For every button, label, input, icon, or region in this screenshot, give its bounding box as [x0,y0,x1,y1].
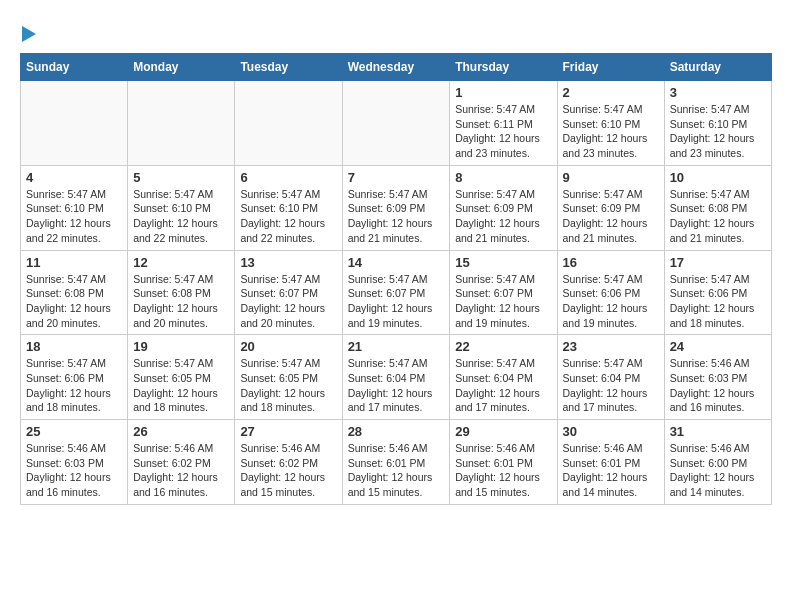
day-info: Sunrise: 5:46 AM Sunset: 6:01 PM Dayligh… [348,441,445,500]
day-header-friday: Friday [557,54,664,81]
day-info: Sunrise: 5:47 AM Sunset: 6:09 PM Dayligh… [348,187,445,246]
day-number: 7 [348,170,445,185]
day-info: Sunrise: 5:47 AM Sunset: 6:10 PM Dayligh… [670,102,766,161]
day-number: 28 [348,424,445,439]
day-info: Sunrise: 5:47 AM Sunset: 6:10 PM Dayligh… [563,102,659,161]
calendar-cell: 31Sunrise: 5:46 AM Sunset: 6:00 PM Dayli… [664,420,771,505]
day-number: 12 [133,255,229,270]
day-number: 2 [563,85,659,100]
calendar-cell: 22Sunrise: 5:47 AM Sunset: 6:04 PM Dayli… [450,335,557,420]
day-info: Sunrise: 5:47 AM Sunset: 6:08 PM Dayligh… [670,187,766,246]
day-number: 31 [670,424,766,439]
day-number: 30 [563,424,659,439]
calendar-cell: 1Sunrise: 5:47 AM Sunset: 6:11 PM Daylig… [450,81,557,166]
calendar-cell: 9Sunrise: 5:47 AM Sunset: 6:09 PM Daylig… [557,165,664,250]
day-number: 18 [26,339,122,354]
logo-arrow-icon [22,26,36,42]
day-info: Sunrise: 5:47 AM Sunset: 6:06 PM Dayligh… [670,272,766,331]
day-info: Sunrise: 5:47 AM Sunset: 6:06 PM Dayligh… [563,272,659,331]
day-number: 3 [670,85,766,100]
calendar-cell [342,81,450,166]
day-number: 6 [240,170,336,185]
day-header-thursday: Thursday [450,54,557,81]
day-header-sunday: Sunday [21,54,128,81]
calendar-cell: 16Sunrise: 5:47 AM Sunset: 6:06 PM Dayli… [557,250,664,335]
calendar-cell: 12Sunrise: 5:47 AM Sunset: 6:08 PM Dayli… [128,250,235,335]
day-info: Sunrise: 5:47 AM Sunset: 6:08 PM Dayligh… [26,272,122,331]
day-info: Sunrise: 5:47 AM Sunset: 6:07 PM Dayligh… [240,272,336,331]
day-info: Sunrise: 5:47 AM Sunset: 6:10 PM Dayligh… [133,187,229,246]
day-number: 17 [670,255,766,270]
day-info: Sunrise: 5:47 AM Sunset: 6:04 PM Dayligh… [563,356,659,415]
day-info: Sunrise: 5:46 AM Sunset: 6:03 PM Dayligh… [26,441,122,500]
calendar-week-1: 1Sunrise: 5:47 AM Sunset: 6:11 PM Daylig… [21,81,772,166]
day-number: 27 [240,424,336,439]
day-number: 13 [240,255,336,270]
calendar-cell: 25Sunrise: 5:46 AM Sunset: 6:03 PM Dayli… [21,420,128,505]
calendar-table: SundayMondayTuesdayWednesdayThursdayFrid… [20,53,772,505]
day-number: 8 [455,170,551,185]
calendar-cell [235,81,342,166]
day-number: 29 [455,424,551,439]
day-number: 22 [455,339,551,354]
calendar-cell: 17Sunrise: 5:47 AM Sunset: 6:06 PM Dayli… [664,250,771,335]
day-info: Sunrise: 5:47 AM Sunset: 6:11 PM Dayligh… [455,102,551,161]
calendar-cell: 23Sunrise: 5:47 AM Sunset: 6:04 PM Dayli… [557,335,664,420]
day-info: Sunrise: 5:47 AM Sunset: 6:09 PM Dayligh… [455,187,551,246]
day-header-wednesday: Wednesday [342,54,450,81]
day-number: 21 [348,339,445,354]
calendar-cell: 29Sunrise: 5:46 AM Sunset: 6:01 PM Dayli… [450,420,557,505]
calendar-cell: 3Sunrise: 5:47 AM Sunset: 6:10 PM Daylig… [664,81,771,166]
header [20,20,772,43]
day-info: Sunrise: 5:46 AM Sunset: 6:01 PM Dayligh… [455,441,551,500]
day-info: Sunrise: 5:47 AM Sunset: 6:10 PM Dayligh… [240,187,336,246]
calendar-cell: 10Sunrise: 5:47 AM Sunset: 6:08 PM Dayli… [664,165,771,250]
day-number: 1 [455,85,551,100]
calendar-cell: 5Sunrise: 5:47 AM Sunset: 6:10 PM Daylig… [128,165,235,250]
calendar-cell: 4Sunrise: 5:47 AM Sunset: 6:10 PM Daylig… [21,165,128,250]
calendar-cell [128,81,235,166]
calendar-cell: 15Sunrise: 5:47 AM Sunset: 6:07 PM Dayli… [450,250,557,335]
calendar-cell: 19Sunrise: 5:47 AM Sunset: 6:05 PM Dayli… [128,335,235,420]
calendar-cell: 7Sunrise: 5:47 AM Sunset: 6:09 PM Daylig… [342,165,450,250]
calendar-cell [21,81,128,166]
calendar-cell: 8Sunrise: 5:47 AM Sunset: 6:09 PM Daylig… [450,165,557,250]
day-info: Sunrise: 5:47 AM Sunset: 6:04 PM Dayligh… [455,356,551,415]
day-info: Sunrise: 5:46 AM Sunset: 6:02 PM Dayligh… [133,441,229,500]
day-number: 15 [455,255,551,270]
day-number: 5 [133,170,229,185]
calendar-header-row: SundayMondayTuesdayWednesdayThursdayFrid… [21,54,772,81]
calendar-cell: 30Sunrise: 5:46 AM Sunset: 6:01 PM Dayli… [557,420,664,505]
calendar-body: 1Sunrise: 5:47 AM Sunset: 6:11 PM Daylig… [21,81,772,505]
day-info: Sunrise: 5:47 AM Sunset: 6:05 PM Dayligh… [240,356,336,415]
day-info: Sunrise: 5:47 AM Sunset: 6:07 PM Dayligh… [455,272,551,331]
calendar-cell: 14Sunrise: 5:47 AM Sunset: 6:07 PM Dayli… [342,250,450,335]
day-info: Sunrise: 5:47 AM Sunset: 6:10 PM Dayligh… [26,187,122,246]
day-header-monday: Monday [128,54,235,81]
day-info: Sunrise: 5:47 AM Sunset: 6:04 PM Dayligh… [348,356,445,415]
day-number: 24 [670,339,766,354]
calendar-cell: 20Sunrise: 5:47 AM Sunset: 6:05 PM Dayli… [235,335,342,420]
day-number: 10 [670,170,766,185]
calendar-cell: 13Sunrise: 5:47 AM Sunset: 6:07 PM Dayli… [235,250,342,335]
day-info: Sunrise: 5:47 AM Sunset: 6:06 PM Dayligh… [26,356,122,415]
calendar-cell: 21Sunrise: 5:47 AM Sunset: 6:04 PM Dayli… [342,335,450,420]
day-header-tuesday: Tuesday [235,54,342,81]
calendar-week-5: 25Sunrise: 5:46 AM Sunset: 6:03 PM Dayli… [21,420,772,505]
day-number: 16 [563,255,659,270]
logo [20,20,36,43]
calendar-cell: 26Sunrise: 5:46 AM Sunset: 6:02 PM Dayli… [128,420,235,505]
day-number: 19 [133,339,229,354]
day-number: 26 [133,424,229,439]
day-info: Sunrise: 5:46 AM Sunset: 6:03 PM Dayligh… [670,356,766,415]
day-number: 23 [563,339,659,354]
day-number: 4 [26,170,122,185]
day-number: 20 [240,339,336,354]
calendar-week-4: 18Sunrise: 5:47 AM Sunset: 6:06 PM Dayli… [21,335,772,420]
day-info: Sunrise: 5:47 AM Sunset: 6:05 PM Dayligh… [133,356,229,415]
calendar-cell: 11Sunrise: 5:47 AM Sunset: 6:08 PM Dayli… [21,250,128,335]
day-info: Sunrise: 5:46 AM Sunset: 6:02 PM Dayligh… [240,441,336,500]
day-header-saturday: Saturday [664,54,771,81]
day-info: Sunrise: 5:46 AM Sunset: 6:00 PM Dayligh… [670,441,766,500]
calendar-week-2: 4Sunrise: 5:47 AM Sunset: 6:10 PM Daylig… [21,165,772,250]
